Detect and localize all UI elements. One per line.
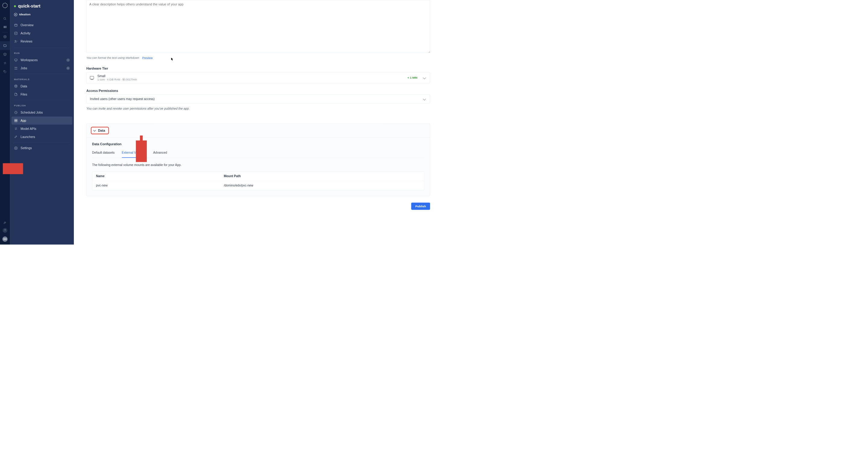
- transfer-icon[interactable]: [0, 59, 10, 67]
- svg-point-13: [15, 40, 16, 41]
- sidebar-item-jobs[interactable]: Jobs +: [10, 64, 74, 72]
- sidebar-item-scheduled-jobs[interactable]: Scheduled Jobs: [10, 108, 74, 117]
- svg-point-22: [15, 85, 17, 86]
- sidebar-item-label: Data: [21, 84, 27, 88]
- description-textarea[interactable]: [86, 0, 430, 53]
- chevron-down-icon: [423, 97, 426, 100]
- svg-rect-4: [6, 26, 6, 27]
- svg-point-19: [17, 69, 17, 69]
- sidebar-item-activity[interactable]: Activity: [10, 29, 74, 37]
- svg-rect-2: [4, 26, 4, 27]
- sidebar-item-model-apis[interactable]: Model APIs: [10, 125, 74, 133]
- svg-rect-25: [16, 119, 17, 121]
- app-grid-icon: [14, 119, 18, 122]
- sidebar-item-label: Workspaces: [21, 58, 38, 62]
- rocket-icon: [14, 135, 18, 138]
- sidebar-item-workspaces[interactable]: Workspaces ›: [10, 56, 74, 64]
- svg-rect-7: [6, 27, 6, 28]
- cube-icon[interactable]: [0, 50, 10, 59]
- nav-separator: [14, 74, 70, 74]
- sidebar-item-label: Files: [21, 93, 27, 96]
- sidebar-item-settings[interactable]: Settings: [10, 144, 74, 152]
- markdown-hint: You can format the text using Markdown: [86, 56, 139, 59]
- table-header-row: Name Mount Path: [92, 172, 424, 181]
- compass-icon: [14, 13, 18, 16]
- svg-rect-14: [14, 59, 17, 61]
- nav-heading-publish: PUBLISH: [10, 102, 74, 108]
- col-header-name: Name: [92, 172, 220, 181]
- data-config-title: Data Configuration: [92, 142, 424, 146]
- sidebar-item-app[interactable]: App: [11, 117, 72, 125]
- sidebar-item-label: Jobs: [21, 67, 27, 70]
- folder-icon[interactable]: [0, 41, 10, 50]
- svg-rect-24: [14, 119, 16, 121]
- nav-separator: [14, 100, 70, 100]
- logo-icon[interactable]: [2, 3, 8, 8]
- sidebar-item-label: App: [21, 119, 26, 122]
- svg-point-0: [4, 18, 6, 20]
- hardware-tier-select[interactable]: Small 1 core · 4 GiB RAM · $0.0017/min <…: [86, 72, 430, 83]
- project-stage[interactable]: Ideation: [10, 11, 74, 20]
- wrench-icon[interactable]: [0, 221, 10, 224]
- project-stage-label: Ideation: [19, 13, 31, 16]
- access-hint: You can invite and revoke user permissio…: [86, 103, 430, 117]
- markdown-hint-row: You can format the text using Markdown P…: [86, 54, 430, 67]
- monitor-icon: [14, 58, 18, 62]
- tab-external-volumes[interactable]: External Volumes: [122, 150, 146, 158]
- sidebar-item-overview[interactable]: Overview: [10, 21, 74, 29]
- data-config-tabs: Default datasets External Volumes Advanc…: [92, 150, 424, 158]
- jobs-icon: [14, 66, 18, 70]
- svg-rect-26: [14, 121, 16, 122]
- database-icon: [14, 84, 18, 88]
- sidebar: quick-start Ideation Overview Activity R…: [10, 0, 74, 245]
- sidebar-item-files[interactable]: Files: [10, 90, 74, 98]
- hardware-tier-detail: 1 core · 4 GiB RAM · $0.0017/min: [97, 78, 404, 81]
- hardware-tier-eta: < 1 MIN: [407, 76, 417, 80]
- access-permissions-select[interactable]: Invited users (other users may request a…: [86, 95, 430, 103]
- plus-icon[interactable]: +: [66, 67, 70, 70]
- svg-rect-27: [16, 121, 17, 122]
- user-check-icon: [14, 39, 18, 43]
- svg-point-8: [4, 36, 6, 36]
- database-icon[interactable]: [0, 33, 10, 41]
- chevron-down-icon: [423, 76, 426, 79]
- hardware-tier-label: Hardware Tier: [86, 67, 430, 70]
- sidebar-item-label: Scheduled Jobs: [21, 111, 43, 114]
- chevron-down-icon: [93, 129, 96, 132]
- tab-default-datasets[interactable]: Default datasets: [92, 150, 115, 158]
- sidebar-item-launchers[interactable]: Launchers: [10, 132, 74, 141]
- help-icon[interactable]: ?: [3, 228, 7, 233]
- table-row: pvc-new /domino/edv/pvc-new: [92, 181, 424, 190]
- sidebar-item-label: Reviews: [21, 40, 32, 43]
- file-icon: [14, 93, 18, 96]
- search-icon[interactable]: [0, 14, 10, 23]
- sidebar-item-label: Activity: [21, 32, 30, 35]
- nav-heading-run: RUN: [10, 50, 74, 56]
- svg-line-1: [5, 19, 6, 20]
- data-section-toggle[interactable]: Data: [91, 127, 109, 134]
- svg-rect-5: [4, 27, 4, 28]
- data-toggle-label: Data: [98, 129, 105, 132]
- svg-rect-10: [14, 24, 17, 27]
- server-icon: [90, 76, 94, 79]
- col-header-path: Mount Path: [220, 172, 424, 181]
- sidebar-item-data[interactable]: Data: [10, 82, 74, 90]
- access-permissions-label: Access Permissions: [86, 89, 430, 93]
- sidebar-item-reviews[interactable]: Reviews: [10, 37, 74, 45]
- icon-rail: ? GH: [0, 0, 10, 245]
- svg-point-18: [15, 69, 16, 69]
- tag-icon[interactable]: [0, 67, 10, 76]
- svg-rect-6: [5, 27, 5, 28]
- clock-icon: [14, 111, 18, 114]
- volume-path: /domino/edv/pvc-new: [220, 181, 424, 190]
- svg-point-17: [17, 67, 17, 68]
- avatar[interactable]: GH: [2, 236, 8, 242]
- sidebar-item-label: Overview: [21, 24, 33, 27]
- sidebar-item-label: Settings: [21, 147, 32, 150]
- tab-advanced[interactable]: Advanced: [153, 150, 167, 158]
- publish-button[interactable]: Publish: [411, 202, 430, 210]
- access-permissions-value: Invited users (other users may request a…: [90, 97, 155, 101]
- main-content: You can format the text using Markdown P…: [74, 0, 449, 245]
- preview-link[interactable]: Preview: [142, 56, 153, 59]
- apps-grid-icon[interactable]: [0, 23, 10, 32]
